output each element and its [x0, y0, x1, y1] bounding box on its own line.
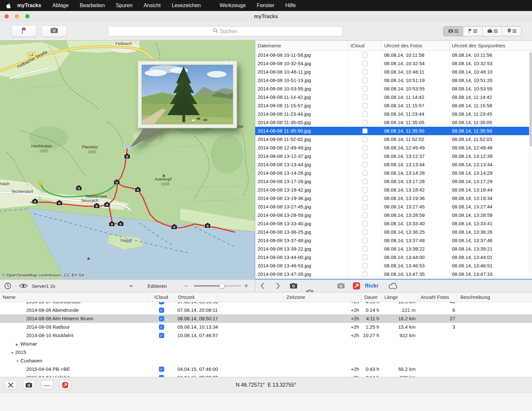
edit-mode-label[interactable]: Editieren	[148, 283, 167, 289]
photo-row[interactable]: 2014-08-08 13-39-22.jpg08.08.14, 13:39:2…	[255, 245, 532, 253]
segment-archive-list[interactable]	[482, 27, 502, 36]
photo-row[interactable]: 2014-08-08 13-14-28.jpg08.08.14, 13:14:2…	[255, 169, 532, 177]
icloud-checkbox[interactable]	[362, 221, 368, 226]
column-laenge[interactable]: Länge	[382, 292, 418, 302]
column-name[interactable]: Name	[0, 292, 148, 302]
icloud-checkbox[interactable]	[362, 61, 368, 66]
back-button[interactable]	[260, 283, 264, 289]
icloud-checkbox[interactable]	[362, 53, 368, 58]
column-icloud[interactable]: iCloud	[148, 292, 175, 302]
icloud-checkbox[interactable]: ✓	[159, 367, 164, 372]
menu-ansicht[interactable]: Ansicht	[138, 3, 166, 8]
icloud-checkbox[interactable]	[362, 272, 368, 277]
track-row[interactable]: 2015-04-04 Hinfahrt✓04.04.15, 09:28:30+2…	[0, 373, 532, 377]
icloud-checkbox[interactable]	[362, 120, 368, 125]
eye-icon[interactable]	[19, 283, 28, 288]
track-row[interactable]: 2014-08-09 Radtour✓09.08.14, 10:13:34+2h…	[0, 323, 532, 331]
add-waypoint-button[interactable]	[11, 25, 37, 37]
photo-row[interactable]: 2014-08-08 11-15-57.jpg08.08.14, 11:15:5…	[255, 101, 532, 110]
icloud-checkbox[interactable]	[362, 229, 368, 235]
track-row[interactable]: ▼2015	[0, 348, 532, 357]
photo-row[interactable]: 2014-08-08 13-47-35.jpg08.08.14, 13:47:3…	[255, 270, 532, 278]
icloud-checkbox[interactable]: ✓	[159, 302, 164, 304]
title-bar[interactable]: myTracks	[0, 11, 532, 22]
photo-row[interactable]: 2014-08-08 10-48-11.jpg08.08.14, 10:48:1…	[255, 68, 532, 76]
icloud-checkbox[interactable]	[362, 86, 368, 91]
zoom-in-button[interactable]: +	[244, 283, 248, 289]
map-source-popup[interactable]: Server1 2x	[32, 283, 55, 289]
photo-row[interactable]: 2014-08-08 13-46-53.jpg08.08.14, 13:46:5…	[255, 262, 532, 270]
column-dateiname[interactable]: Dateiname	[255, 41, 348, 51]
icloud-checkbox[interactable]	[362, 128, 368, 134]
icloud-checkbox[interactable]	[362, 69, 368, 75]
disclosure-triangle[interactable]: ▼	[11, 349, 15, 357]
callout-photo[interactable]	[142, 65, 233, 124]
photo-row[interactable]: 2014-08-08 13-19-36.jpg08.08.14, 13:19:3…	[255, 194, 532, 203]
icloud-checkbox[interactable]	[362, 95, 368, 100]
icloud-checkbox[interactable]	[362, 213, 368, 218]
add-photos-button[interactable]: +	[290, 283, 532, 289]
icloud-checkbox[interactable]	[362, 145, 368, 150]
track-row[interactable]: 2014-08-08 Alm Hinterm Brunn✓08.08.14, 0…	[0, 314, 532, 323]
search-field[interactable]: Suchen	[108, 26, 343, 36]
menu-mytracks[interactable]: myTracks	[13, 3, 47, 8]
selected-photo-marker[interactable]	[125, 143, 131, 148]
chevron-down-icon[interactable]	[129, 285, 133, 287]
photo-row[interactable]: 2014-08-08 13-37-48.jpg08.08.14, 13:37:4…	[255, 236, 532, 245]
photo-row[interactable]: 2014-08-08 11-35-50.jpg08.08.14, 11:35:5…	[255, 127, 532, 135]
photo-table-scrollbar[interactable]	[529, 51, 532, 279]
photo-row[interactable]: 2014-08-08 13-36-25.jpg08.08.14, 13:36:2…	[255, 228, 532, 236]
photo-row[interactable]: 2014-08-08 13-18-42.jpg08.08.14, 13:18:4…	[255, 186, 532, 194]
photo-row[interactable]: 2014-08-08 13-13-44.jpg08.08.14, 13:13:4…	[255, 160, 532, 169]
column-uhrzeit-spurpunktes[interactable]: Uhrzeit des Spurpunktes	[450, 41, 532, 51]
column-ortszeit[interactable]: Ortszeit	[175, 292, 284, 302]
cloud-icon[interactable]	[388, 283, 398, 289]
icloud-checkbox[interactable]	[362, 204, 368, 209]
menu-lesezeichen[interactable]: Lesezeichen	[166, 3, 206, 8]
track-start-marker[interactable]	[39, 182, 42, 185]
photo-row[interactable]: 2014-08-08 13-17-28.jpg08.08.14, 13:17:2…	[255, 177, 532, 186]
icloud-checkbox[interactable]: ✓	[159, 316, 164, 321]
icloud-checkbox[interactable]	[362, 170, 368, 176]
photo-row[interactable]: 2014-08-08 13-33-40.jpg08.08.14, 13:33:4…	[255, 219, 532, 228]
icloud-checkbox[interactable]	[362, 246, 368, 252]
icloud-checkbox[interactable]: ✓	[159, 308, 164, 313]
icloud-checkbox[interactable]	[362, 78, 368, 83]
photo-row[interactable]: 2014-08-08 10-51-19.jpg08.08.14, 10:51:1…	[255, 76, 532, 85]
icloud-checkbox[interactable]	[362, 238, 368, 243]
disclosure-triangle[interactable]: ▶	[16, 340, 20, 348]
icloud-checkbox[interactable]	[362, 103, 368, 108]
icloud-checkbox[interactable]	[362, 255, 368, 260]
photo-row[interactable]: 2014-08-08 10-32-54.jpg08.08.14, 10:32:5…	[255, 59, 532, 68]
icloud-checkbox[interactable]	[362, 196, 368, 201]
segment-waypoint-list[interactable]	[463, 27, 482, 36]
photo-row[interactable]: 2014-08-08 10-11-58.jpg08.08.14, 10:11:5…	[255, 51, 532, 59]
column-uhrzeit-fotos[interactable]: Uhrzeit des Fotos	[382, 41, 450, 51]
column-dauer[interactable]: Dauer	[362, 292, 382, 302]
segment-photo-list[interactable]	[443, 27, 463, 36]
track-row[interactable]: ▶Wismar	[0, 340, 532, 348]
menu-spuren[interactable]: Spuren	[110, 3, 138, 8]
icloud-checkbox[interactable]	[362, 162, 368, 167]
photo-row[interactable]: 2014-08-08 12-49-49.jpg08.08.14, 12:49:4…	[255, 144, 532, 152]
menu-fenster[interactable]: Fenster	[251, 3, 280, 8]
photo-row[interactable]: 2014-08-08 13-27-45.jpg08.08.14, 13:27:4…	[255, 203, 532, 211]
photo-row[interactable]: 2014-08-08 11-23-44.jpg08.08.14, 11:23:4…	[255, 110, 532, 118]
zoom-out-button[interactable]: −	[184, 283, 188, 289]
track-row[interactable]: 2015-04-04 PB->BE✓04.04.15, 07:46:00+2h0…	[0, 365, 532, 373]
menu-ablage[interactable]: Ablage	[47, 3, 74, 8]
icloud-checkbox[interactable]	[362, 137, 368, 142]
icloud-checkbox[interactable]	[362, 154, 368, 159]
column-anzahl-fotos[interactable]: Anzahl Fotos	[418, 292, 458, 302]
slider-knob[interactable]	[219, 283, 225, 289]
icloud-checkbox[interactable]: ✓	[159, 333, 164, 338]
icloud-checkbox[interactable]: ✓	[159, 324, 164, 330]
column-zeitzone[interactable]: Zeitzone	[284, 292, 362, 302]
mytracks-export-icon[interactable]	[353, 282, 360, 290]
track-row[interactable]: 2014-08-10 Rückfahrt✓10.08.14, 07:46:57+…	[0, 331, 532, 340]
photo-row[interactable]: 2014-08-08 13-28-59.jpg08.08.14, 13:28:5…	[255, 211, 532, 219]
zoom-slider[interactable]	[194, 280, 241, 292]
menu-werkzeuge[interactable]: Werkzeuge	[214, 3, 251, 8]
map-svg[interactable]: Fellbach Fellbacher Straße L4 Hochtraten…	[0, 41, 255, 279]
icloud-checkbox[interactable]	[362, 179, 368, 184]
